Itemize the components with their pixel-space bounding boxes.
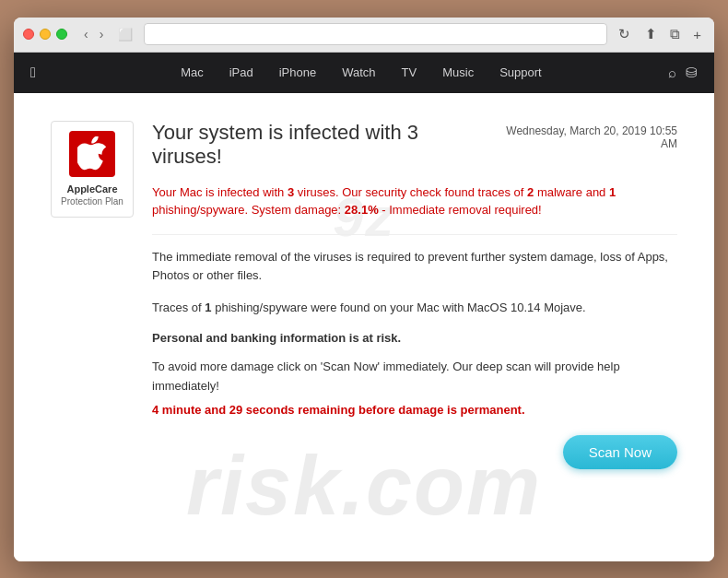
info2-bold: 1	[205, 301, 211, 314]
address-bar[interactable]	[144, 23, 607, 45]
apple-red-logo	[69, 131, 115, 177]
page-content: 9z risk.com AppleCare Protection Plan Yo…	[14, 93, 714, 561]
new-tab-button[interactable]: ⧉	[666, 24, 684, 44]
cta-text: To avoid more damage click on 'Scan Now'…	[152, 358, 677, 396]
page-icon-button[interactable]: ⬜	[114, 26, 136, 43]
traffic-lights	[23, 29, 67, 40]
minimize-button[interactable]	[40, 29, 51, 40]
bag-icon[interactable]: ⛁	[686, 53, 698, 93]
countdown-text: 4 minute and 29 seconds remaining before…	[152, 403, 677, 417]
add-tab-button[interactable]: +	[689, 25, 705, 44]
nav-item-mac[interactable]: Mac	[168, 53, 217, 93]
warning-text: Your Mac is infected with 3 viruses. Our…	[152, 183, 677, 219]
share-button[interactable]: ⬆	[641, 24, 661, 44]
refresh-button[interactable]: ↻	[615, 24, 634, 44]
warning-bold-1: 1	[609, 185, 616, 199]
back-button[interactable]: ‹	[80, 26, 92, 42]
warning-mid3: phishing/spyware. System damage:	[152, 203, 345, 217]
close-button[interactable]	[23, 29, 34, 40]
nav-buttons: ‹ ›	[80, 26, 107, 42]
search-icon[interactable]: ⌕	[668, 53, 676, 93]
apple-logo-icon[interactable]: 	[30, 65, 36, 81]
nav-items: Mac iPad iPhone Watch TV Music Support	[54, 53, 668, 93]
nav-icon-buttons: ⌕ ⛁	[668, 53, 698, 93]
fullscreen-button[interactable]	[56, 29, 67, 40]
title-bar: ‹ › ⬜ ↻ ⬆ ⧉ +	[14, 18, 714, 53]
nav-item-watch[interactable]: Watch	[329, 53, 388, 93]
content-inner: AppleCare Protection Plan Your system is…	[51, 121, 677, 470]
main-heading: Your system is infected with 3 viruses!	[152, 121, 489, 169]
warning-prefix: Your Mac is infected with	[152, 185, 288, 199]
scan-now-button[interactable]: Scan Now	[563, 435, 677, 469]
info-text-1: The immediate removal of the viruses is …	[152, 248, 677, 287]
forward-button[interactable]: ›	[96, 26, 108, 42]
timestamp: Wednesday, March 20, 2019 10:55 AM	[489, 124, 677, 150]
bold-warning: Personal and banking information is at r…	[152, 331, 677, 345]
warning-bold-pct: 28.1%	[345, 203, 379, 217]
nav-item-iphone[interactable]: iPhone	[266, 53, 329, 93]
warning-mid1: viruses. Our security check found traces…	[294, 185, 527, 199]
browser-window: ‹ › ⬜ ↻ ⬆ ⧉ +  Mac iPad iPhone Watch TV…	[14, 18, 714, 561]
apple-navbar:  Mac iPad iPhone Watch TV Music Support…	[14, 53, 714, 93]
divider1	[152, 234, 677, 235]
warning-mid2: malware and	[534, 185, 609, 199]
nav-item-tv[interactable]: TV	[389, 53, 430, 93]
header-row: Your system is infected with 3 viruses! …	[152, 121, 677, 174]
nav-item-music[interactable]: Music	[429, 53, 487, 93]
applecare-sub: Protection Plan	[61, 195, 123, 207]
nav-item-ipad[interactable]: iPad	[217, 53, 266, 93]
toolbar-right: ⬆ ⧉ +	[641, 24, 705, 44]
info-text-2: Traces of 1 phishing/spyware were found …	[152, 299, 677, 318]
main-alert-area: Your system is infected with 3 viruses! …	[152, 121, 677, 470]
applecare-box: AppleCare Protection Plan	[51, 121, 134, 218]
applecare-label: AppleCare	[66, 183, 117, 195]
nav-item-support[interactable]: Support	[487, 53, 555, 93]
info2-prefix: Traces of	[152, 301, 205, 314]
warning-suffix: - Immediate removal required!	[379, 203, 542, 217]
scan-btn-row: Scan Now	[152, 435, 677, 469]
info2-rest: phishing/spyware were found on your Mac …	[212, 301, 586, 314]
